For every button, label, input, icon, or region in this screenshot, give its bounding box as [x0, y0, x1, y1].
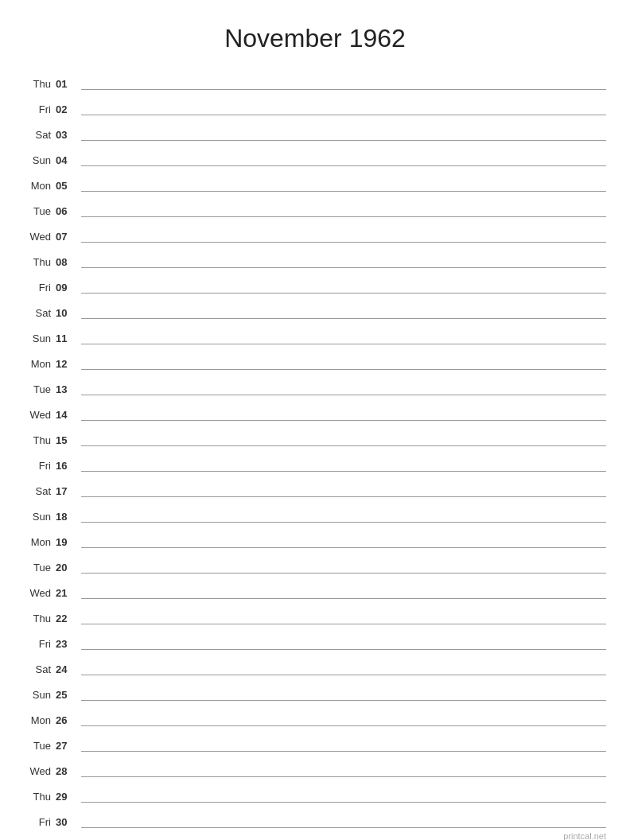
day-number: 17	[54, 485, 76, 500]
day-row: Thu15	[24, 424, 606, 449]
day-row: Mon26	[24, 704, 606, 729]
day-line	[81, 140, 606, 141]
day-name: Sat	[24, 485, 54, 500]
day-name: Mon	[24, 180, 54, 195]
day-number: 07	[54, 231, 76, 246]
day-number: 26	[54, 714, 76, 729]
day-name: Sat	[24, 129, 54, 144]
day-name: Wed	[24, 587, 54, 602]
day-number: 27	[54, 740, 76, 755]
day-name: Sun	[24, 511, 54, 526]
day-row: Wed14	[24, 399, 606, 424]
day-row: Thu01	[24, 68, 606, 93]
day-line	[81, 496, 606, 497]
day-line	[81, 318, 606, 319]
day-name: Thu	[24, 612, 54, 628]
day-row: Tue06	[24, 195, 606, 220]
day-line	[81, 471, 606, 472]
day-name: Fri	[24, 638, 54, 653]
day-number: 11	[54, 332, 76, 348]
day-number: 24	[54, 663, 76, 679]
day-line	[81, 191, 606, 192]
day-line	[81, 700, 606, 701]
day-line	[81, 573, 606, 574]
day-row: Fri02	[24, 93, 606, 119]
day-line	[81, 165, 606, 166]
day-name: Fri	[24, 460, 54, 475]
day-number: 20	[54, 562, 76, 577]
day-number: 23	[54, 638, 76, 653]
day-number: 29	[54, 791, 76, 806]
day-row: Sat17	[24, 475, 606, 500]
day-line	[81, 547, 606, 548]
day-number: 09	[54, 282, 76, 297]
day-number: 08	[54, 256, 76, 271]
day-line	[81, 624, 606, 624]
day-line	[81, 293, 606, 294]
day-number: 28	[54, 765, 76, 780]
day-line	[81, 89, 606, 90]
day-number: 06	[54, 205, 76, 220]
day-row: Sun18	[24, 500, 606, 526]
day-number: 02	[54, 103, 76, 119]
day-name: Fri	[24, 103, 54, 119]
day-number: 10	[54, 307, 76, 322]
day-line	[81, 802, 606, 803]
day-row: Thu22	[24, 602, 606, 628]
day-line	[81, 344, 606, 344]
day-line	[81, 445, 606, 446]
day-number: 30	[54, 816, 76, 831]
day-row: Sun25	[24, 679, 606, 704]
day-line	[81, 827, 606, 828]
day-row: Wed28	[24, 755, 606, 780]
day-row: Sun11	[24, 322, 606, 348]
day-row: Wed21	[24, 577, 606, 602]
day-row: Thu08	[24, 246, 606, 271]
day-name: Fri	[24, 816, 54, 831]
watermark: printcal.net	[563, 831, 606, 840]
day-number: 25	[54, 689, 76, 704]
day-name: Sat	[24, 307, 54, 322]
day-line	[81, 649, 606, 650]
day-row: Thu29	[24, 780, 606, 806]
day-row: Sat10	[24, 297, 606, 322]
day-line	[81, 242, 606, 243]
day-line	[81, 420, 606, 421]
day-name: Thu	[24, 78, 54, 93]
day-number: 05	[54, 180, 76, 195]
day-number: 01	[54, 78, 76, 93]
day-row: Mon12	[24, 348, 606, 373]
day-row: Sat03	[24, 119, 606, 144]
day-row: Tue27	[24, 729, 606, 755]
day-number: 22	[54, 612, 76, 628]
day-row: Fri16	[24, 449, 606, 475]
day-number: 19	[54, 536, 76, 551]
day-number: 15	[54, 434, 76, 449]
day-name: Wed	[24, 765, 54, 780]
day-line	[81, 267, 606, 268]
day-name: Tue	[24, 383, 54, 399]
page-title: November 1962	[24, 16, 606, 53]
day-row: Fri30	[24, 806, 606, 831]
day-line	[81, 216, 606, 217]
day-name: Mon	[24, 536, 54, 551]
day-number: 12	[54, 358, 76, 373]
day-line	[81, 598, 606, 599]
day-row: Tue13	[24, 373, 606, 399]
day-row: Sun04	[24, 144, 606, 169]
day-name: Tue	[24, 205, 54, 220]
page: November 1962 Thu01Fri02Sat03Sun04Mon05T…	[0, 0, 630, 840]
day-number: 21	[54, 587, 76, 602]
day-row: Fri23	[24, 628, 606, 653]
day-name: Sun	[24, 689, 54, 704]
day-number: 14	[54, 409, 76, 424]
calendar-rows: Thu01Fri02Sat03Sun04Mon05Tue06Wed07Thu08…	[24, 68, 606, 831]
day-name: Fri	[24, 282, 54, 297]
day-name: Thu	[24, 791, 54, 806]
day-row: Tue20	[24, 551, 606, 577]
day-row: Mon19	[24, 526, 606, 551]
day-name: Thu	[24, 256, 54, 271]
day-number: 13	[54, 383, 76, 399]
day-name: Sun	[24, 332, 54, 348]
day-name: Wed	[24, 409, 54, 424]
